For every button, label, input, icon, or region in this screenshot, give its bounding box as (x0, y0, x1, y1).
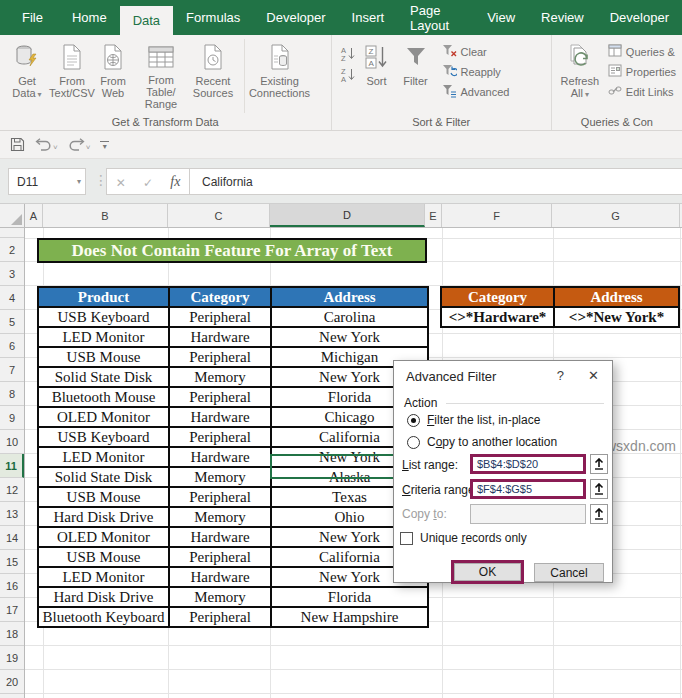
name-box[interactable]: D11 ▾ (8, 168, 86, 195)
criteria-range-input[interactable]: $F$4:$G$5 (470, 479, 586, 499)
properties-button[interactable]: Properties (608, 63, 676, 80)
get-data-button[interactable]: Get Data (4, 39, 50, 113)
cell-address[interactable]: Florida (271, 587, 428, 607)
row-header-15[interactable]: 15 (0, 550, 24, 574)
row-header-12[interactable]: 12 (0, 478, 24, 502)
customize-qat-button[interactable] (100, 141, 109, 149)
criteria-address-value[interactable]: <>*New York* (554, 307, 679, 327)
cell-category[interactable]: Peripheral (169, 347, 271, 367)
column-header-g[interactable]: G (552, 204, 680, 227)
header-address[interactable]: Address (271, 287, 428, 307)
reapply-filter-button[interactable]: Reapply (442, 63, 510, 80)
cell-product[interactable]: USB Mouse (38, 547, 169, 567)
existing-connections-button[interactable]: Existing Connections (244, 39, 310, 113)
header-product[interactable]: Product (38, 287, 169, 307)
from-web-button[interactable]: From Web (94, 39, 132, 113)
tab-home[interactable]: Home (59, 0, 120, 35)
redo-button[interactable] (68, 136, 91, 154)
cell-category[interactable]: Hardware (169, 447, 271, 467)
cell-category[interactable]: Peripheral (169, 607, 271, 627)
cell-product[interactable]: Hard Disk Drive (38, 587, 169, 607)
row-header-10[interactable]: 10 (0, 430, 24, 454)
criteria-range-collapse-button[interactable] (590, 479, 608, 499)
clear-filter-button[interactable]: Clear (442, 43, 510, 60)
refresh-all-button[interactable]: Refresh All (556, 39, 604, 113)
cell-address[interactable]: New Hampshire (271, 607, 428, 627)
cell-address[interactable]: New York (271, 327, 428, 347)
tab-data[interactable]: Data (120, 6, 173, 35)
row-header-20[interactable]: 20 (0, 670, 24, 694)
cell-product[interactable]: OLED Monitor (38, 407, 169, 427)
ok-button[interactable]: OK (454, 563, 521, 581)
tab-page-layout[interactable]: Page Layout (397, 0, 474, 35)
column-header-c[interactable]: C (168, 204, 270, 227)
from-text-csv-button[interactable]: From Text/CSV (50, 39, 94, 113)
cell-address[interactable]: Carolina (271, 307, 428, 327)
checkbox-unchecked-icon[interactable] (400, 532, 413, 545)
row-header-19[interactable]: 19 (0, 646, 24, 670)
advanced-filter-button[interactable]: Advanced (442, 83, 510, 100)
row-header-5[interactable]: 5 (0, 310, 24, 334)
row-header-17[interactable]: 17 (0, 598, 24, 622)
cell-category[interactable]: Memory (169, 367, 271, 387)
tab-file[interactable]: File (6, 0, 59, 35)
cell-product[interactable]: Solid State Disk (38, 467, 169, 487)
cancel-button[interactable]: Cancel (534, 563, 604, 582)
list-range-input[interactable]: $B$4:$D$20 (470, 454, 586, 474)
row-header-13[interactable]: 13 (0, 502, 24, 526)
cell-category[interactable]: Peripheral (169, 427, 271, 447)
cell-category[interactable]: Hardware (169, 407, 271, 427)
tab-developer[interactable]: Developer (253, 0, 338, 35)
radio-unselected-icon[interactable] (407, 436, 420, 449)
cell-product[interactable]: USB Mouse (38, 487, 169, 507)
close-icon[interactable]: ✕ (588, 368, 599, 383)
column-header-d[interactable]: D (270, 204, 425, 227)
cell-category[interactable]: Memory (169, 587, 271, 607)
header-category[interactable]: Category (169, 287, 271, 307)
row-header-8[interactable]: 8 (0, 382, 24, 406)
formula-bar-input[interactable]: California (190, 168, 682, 195)
criteria-header-address[interactable]: Address (554, 287, 679, 307)
copy-to-collapse-button[interactable] (590, 504, 608, 524)
unique-records-checkbox-row[interactable]: Unique records only (400, 531, 527, 545)
undo-button[interactable] (35, 136, 58, 154)
cell-category[interactable]: Hardware (169, 327, 271, 347)
column-header-e[interactable]: E (425, 204, 442, 227)
tab-review[interactable]: Review (528, 0, 597, 35)
tab-view[interactable]: View (474, 0, 528, 35)
row-header-21[interactable] (0, 694, 24, 698)
row-header-2[interactable]: 2 (0, 238, 24, 262)
cell-category[interactable]: Memory (169, 507, 271, 527)
filter-button[interactable]: Filter (396, 39, 436, 113)
cell-product[interactable]: Hard Disk Drive (38, 507, 169, 527)
cell-category[interactable]: Memory (169, 467, 271, 487)
row-header-1[interactable] (0, 228, 24, 238)
confirm-entry-icon[interactable] (143, 173, 153, 191)
cell-product[interactable]: USB Keyboard (38, 307, 169, 327)
criteria-category-value[interactable]: <>*Hardware* (441, 307, 554, 327)
select-all-button[interactable] (0, 204, 25, 227)
cell-product[interactable]: OLED Monitor (38, 527, 169, 547)
row-header-14[interactable]: 14 (0, 526, 24, 550)
tab-formulas[interactable]: Formulas (173, 0, 253, 35)
cell-category[interactable]: Hardware (169, 527, 271, 547)
sort-descending-button[interactable]: ZA (340, 66, 356, 83)
cell-category[interactable]: Peripheral (169, 487, 271, 507)
cell-product[interactable]: USB Mouse (38, 347, 169, 367)
filter-in-place-radio[interactable]: Filter the list, in-place (407, 413, 540, 427)
undo-dropdown[interactable] (53, 136, 58, 154)
edit-links-button[interactable]: Edit Links (608, 83, 676, 100)
cell-product[interactable]: USB Keyboard (38, 427, 169, 447)
cell-product[interactable]: LED Monitor (38, 567, 169, 587)
row-header-4[interactable]: 4 (0, 286, 24, 310)
tab-insert[interactable]: Insert (339, 0, 398, 35)
recent-sources-button[interactable]: Recent Sources (190, 39, 236, 113)
cancel-entry-icon[interactable] (116, 173, 126, 191)
cell-product[interactable]: Bluetooth Keyboard (38, 607, 169, 627)
column-header-a[interactable]: A (25, 204, 43, 227)
cell-category[interactable]: Peripheral (169, 307, 271, 327)
row-header-6[interactable]: 6 (0, 334, 24, 358)
redo-dropdown[interactable] (86, 136, 91, 154)
row-header-3[interactable]: 3 (0, 262, 24, 286)
column-header-f[interactable]: F (442, 204, 552, 227)
